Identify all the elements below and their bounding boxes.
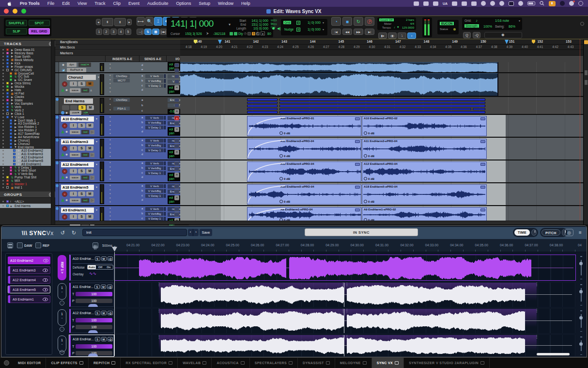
solo-button[interactable]: S: [78, 105, 86, 110]
redo-button[interactable]: ↻: [72, 230, 76, 236]
track-name[interactable]: A9 EndHarm1: [61, 208, 94, 213]
zoom-preset-4[interactable]: 4: [118, 29, 124, 35]
apple-menu[interactable]: [7, 1, 12, 6]
solo-button[interactable]: S: [78, 123, 85, 128]
time-knob[interactable]: [531, 229, 537, 236]
plugin-track-a9-endharm1[interactable]: A9 EndHarm1: [8, 295, 50, 303]
input-monitor-button[interactable]: I: [70, 146, 77, 151]
mic-icon[interactable]: [549, 1, 556, 6]
preset-name-field[interactable]: Init: [82, 229, 187, 236]
segment-handle[interactable]: ⋮: [535, 336, 536, 342]
mute-button[interactable]: M: [86, 81, 93, 86]
expand-tab[interactable]: [88, 330, 98, 333]
add-row-button[interactable]: +: [174, 85, 179, 90]
group-end-harms[interactable]: aEnd Harms: [0, 204, 51, 208]
gear-icon[interactable]: ✱: [501, 33, 505, 37]
sidebar-track-v-verb-short[interactable]: ⇅V Verb Short: [0, 169, 51, 172]
send-a[interactable]: V Verb: [145, 161, 164, 165]
send-b[interactable]: V VerbBig: [145, 144, 164, 147]
solo-button[interactable]: S: [78, 146, 85, 151]
tab-dynassist[interactable]: DYNASSIST: [298, 358, 335, 368]
ua-label[interactable]: UA: [443, 2, 448, 5]
edit-right-scrollbar[interactable]: [583, 39, 588, 224]
sidebar-track-pump-that-shit[interactable]: ⇅Pump That Shit: [0, 176, 51, 179]
unquantize-button[interactable]: -Q: [473, 32, 480, 38]
count-off-label[interactable]: Count Off: [379, 18, 394, 21]
solo-button[interactable]: S: [95, 337, 100, 341]
dyn-button[interactable]: dyn: [67, 63, 77, 67]
conductor-button[interactable]: ♆: [407, 32, 416, 39]
track-lane-a12-endharm4-epro-04[interactable]: A12 EndHarm4-ePRO-040 dBA12 EndHarm4-ePR…: [180, 160, 583, 183]
menu-help[interactable]: Help: [241, 1, 250, 6]
record-enable-button[interactable]: [62, 123, 67, 128]
trim-tool[interactable]: ⟷: [137, 17, 145, 26]
track-view-selector[interactable]: wave: [70, 88, 80, 93]
cloud-icon[interactable]: [490, 1, 495, 6]
send-c[interactable]: V Delay 1: [145, 148, 164, 152]
menu-view[interactable]: View: [77, 1, 87, 6]
sidebar-track-groovecell[interactable]: ▦GrooveCell: [0, 72, 51, 75]
minsecs-ruler[interactable]: 4:184:194:204:214:224:234:244:254:264:27…: [180, 45, 583, 50]
send-b[interactable]: V VerbBig: [145, 166, 164, 170]
swing-label[interactable]: Swing:: [495, 25, 505, 28]
track-name[interactable]: A12 EndHarm4: [61, 162, 94, 167]
send-c[interactable]: V Delay 1: [145, 171, 164, 175]
mute-button[interactable]: M: [101, 285, 106, 289]
insert-chnlstrp[interactable]: ChnlStrp: [113, 98, 130, 102]
mute-button[interactable]: M: [101, 337, 107, 341]
grid-view[interactable]: ▦: [152, 29, 159, 35]
segment-handle[interactable]: ⋮: [535, 310, 536, 316]
circle-icon[interactable]: [560, 1, 565, 6]
lane-power-button[interactable]: ◌: [60, 350, 64, 355]
strength-value[interactable]: 100%: [483, 25, 492, 28]
record-enable-button[interactable]: [62, 214, 67, 220]
ref-toggle-icon[interactable]: [35, 242, 41, 248]
insert-mc77[interactable]: MC77: [113, 79, 130, 82]
play-button[interactable]: ◔: [331, 17, 341, 26]
sidebar-track-inst-1[interactable]: ▦Inst 1: [0, 186, 51, 189]
speaker-icon[interactable]: [471, 1, 477, 6]
input-monitor-button[interactable]: I: [70, 192, 77, 196]
sidebar-track-vox-riddim-1[interactable]: ▶Vox Riddim 1: [0, 125, 51, 128]
mute-button[interactable]: M: [86, 214, 93, 219]
pitch-slider[interactable]: 100: [76, 299, 112, 303]
solo-button[interactable]: S: [78, 81, 85, 86]
mute-button[interactable]: M: [86, 146, 93, 151]
mode-slip[interactable]: SLIP: [6, 28, 27, 34]
elastic-audio-plugin[interactable]: RePitch ●: [67, 68, 86, 72]
tab-acoustica[interactable]: ACOUSTICA: [212, 358, 249, 368]
sidebar-track-a10-endharm2[interactable]: ▶A10 EndHarm2: [0, 149, 51, 152]
lane-gain-slider[interactable]: [578, 336, 585, 355]
sidebar-track-finger-snaps[interactable]: ▶Finger snaps: [0, 65, 51, 68]
lane-gain-slider[interactable]: [578, 284, 585, 305]
sidebar-track-hi-pad[interactable]: ▦Hi Pad: [0, 92, 51, 95]
tab-midi-editor[interactable]: MIDI EDITOR: [13, 358, 46, 368]
record-button[interactable]: Ⓟ: [365, 17, 374, 26]
tab-to-transient[interactable]: →|: [137, 29, 144, 35]
mute-button[interactable]: M: [87, 105, 94, 110]
mute-button[interactable]: M: [86, 192, 93, 196]
sidebar-scrollbar[interactable]: [51, 39, 55, 224]
sidebar-track-verb[interactable]: ⇅Verb: [0, 105, 51, 109]
menu-pro-tools[interactable]: Pro Tools: [20, 1, 40, 6]
pitch-button[interactable]: PITCH: [542, 229, 560, 236]
record-icon[interactable]: [481, 1, 486, 6]
strength-label[interactable]: Strength:: [464, 24, 479, 28]
main-counter[interactable]: 141| 1| 000: [170, 18, 214, 29]
add-row-button[interactable]: +: [174, 150, 179, 155]
count-in-button[interactable]: (▮): [388, 32, 397, 39]
zoom-preset-3[interactable]: 3: [110, 29, 117, 35]
lane-waveform-area[interactable]: ⋮⋮⋮⋮: [114, 335, 576, 356]
track-row-a10-endharm2[interactable]: *****aV VerbbV VerbBigcV Delay 1dno inpu…: [55, 115, 180, 138]
shape-icon[interactable]: [414, 1, 419, 6]
menu-setup[interactable]: Setup: [199, 1, 211, 6]
nudge-value[interactable]: 1| 0| 000: [302, 28, 321, 31]
playlist-selector[interactable]: red: [81, 176, 89, 180]
sidebar-track-a12-endharm4[interactable]: ▶A12 EndHarm4: [0, 156, 51, 159]
list-view-icon[interactable]: [7, 242, 13, 248]
insert-chnlstrp[interactable]: ChnlStrp: [113, 74, 130, 78]
sidebar-track-master-1[interactable]: ΩMaster 1: [0, 182, 51, 186]
send-c[interactable]: V Delay 1: [145, 84, 164, 88]
send-c[interactable]: V Delay 1: [145, 194, 164, 198]
mute-button[interactable]: M: [86, 169, 93, 174]
